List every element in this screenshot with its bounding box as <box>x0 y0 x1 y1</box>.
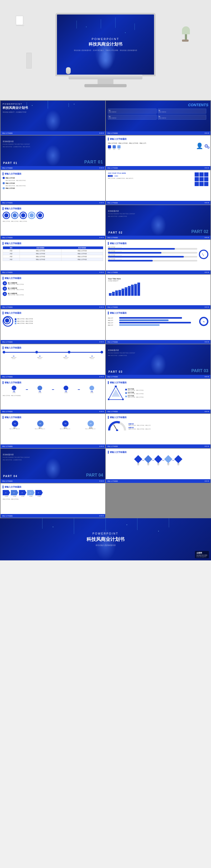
slide-2-bar-text: 请输入文字标题段 <box>107 132 118 134</box>
slide-17-bar-text: 请输入文字标题段 <box>2 411 13 412</box>
slide-4: 请输入文字标题段 请输入文字内容，请输入文字内容，请输入文字内容，请输入文字。 … <box>106 135 210 170</box>
slide-14-header: 请输入文字标题段 <box>108 312 208 314</box>
slide-16: 添加标题内容 PLEASE REMARK THE WRITTEN CONTENT… <box>106 344 210 378</box>
slide-13-bar-text: 请输入文字标题段 <box>2 341 13 343</box>
slide-8: 添加标题内容 PLEASE REMARK THE WRITTEN CONTENT… <box>106 205 210 239</box>
slide-11-bar-text: 请输入文字标题段 <box>2 306 13 308</box>
slide-11: 请输入文字标题段 ⚙ 输入大标题内容 请输入文字内容，请输入文字内容。 ⚙ 输入… <box>1 275 105 309</box>
slide-16-content: 添加标题内容 <box>108 349 208 352</box>
final-slide: POWERPOINT 科技风商业计划书 请在此输入您的标题内容 众图网 精品素材… <box>0 518 211 560</box>
slide-3-content: 添加标题内容 <box>3 140 103 143</box>
slide-5: 请输入文字标题段 请输入文字内容 请输入相关文字内容，请输入相关文字内容。 请输… <box>1 170 105 205</box>
mouse <box>66 67 71 74</box>
slide-9-header: 请输入文字标题段 <box>3 242 103 245</box>
slide-19-header: 请输入文字标题段 <box>3 416 103 419</box>
svg-point-3 <box>122 399 124 400</box>
side-plant <box>182 26 190 42</box>
slide-1: POWERPOINT 科技风商业计划书 请在此输入标题文字，点击编辑文字内容 请… <box>1 101 105 135</box>
slide-1-bar-text: 请输入文字标题段 <box>2 132 13 134</box>
slides-grid: POWERPOINT 科技风商业计划书 请在此输入标题文字，点击编辑文字内容 请… <box>0 100 211 518</box>
slide-18: 请输入文字标题段 科技文字标题请输入文字内容，请输入文字内容。 <box>106 379 210 413</box>
slide-15-header: 请输入文字标题段 <box>3 346 103 349</box>
slide-10-header: 请输入文字标题段 <box>108 242 208 245</box>
slide-14: 请输入文字标题段 请输入文字 请输入文字 请输入文字 <box>106 309 210 344</box>
slide-22-bar-text: 请输入文字标题段 <box>107 480 118 482</box>
slide-23: 请输入文字标题段 01 文字内容 02 文字内容 03 文字内容 <box>1 484 105 518</box>
slide-4-header: 请输入文字标题段 <box>108 137 208 141</box>
slide-20-header: 请输入文字标题段 <box>108 416 208 419</box>
slide-10: 请输入文字标题段 请输入文字内容 —————— 请输入文字内容 —————— 请… <box>106 240 210 274</box>
slide-16-bar-text: 请输入文字标题段 <box>107 376 118 377</box>
svg-marker-1 <box>112 389 120 397</box>
slide-17: 请输入文字标题段 标题 文字内容 标题 文字内容 标题 文字内容 <box>1 379 105 413</box>
contents-title: CONTENTS <box>188 103 208 107</box>
svg-point-4 <box>108 399 110 400</box>
slide-12-title: Your Title Here <box>108 278 208 280</box>
slide-15-bar-text: 请输入文字标题段 <box>2 376 13 377</box>
slide-17-header: 请输入文字标题段 <box>3 381 103 384</box>
slide-7: 请输入文字标题段 请输入文字内容，请输入文字内容，请输入文字内容。 请输入文字标… <box>1 205 105 239</box>
side-cup <box>16 16 24 26</box>
slide-8-bar-text: 请输入文字标题段 <box>107 237 118 238</box>
slide-3: 添加标题内容 PLEASE REMARK THE WRITTEN CONTENT… <box>1 135 105 170</box>
slide-11-header: 请输入文字标题段 <box>3 277 103 280</box>
contents-item-4: 请输入标题内容 <box>159 117 206 119</box>
slide-6-title: ADD YOUR TITLE HERE <box>108 173 193 174</box>
slide-15: 请输入文字标题段 01 请输入文字 内容说明 02 请输入文字 内容说明 <box>1 344 105 378</box>
slide-22-header: 请输入文字标题段 <box>108 451 208 454</box>
contents-item-3: 请输入标题内容 <box>109 117 156 119</box>
slide-6-bar-text: 请输入文字标题段 <box>107 202 118 204</box>
slide-7-bar-text: 请输入文字标题段 <box>2 237 13 238</box>
final-subtitle: 请在此输入您的标题内容 <box>87 544 124 547</box>
hero-section: POWERPOINT 科技风商业计划书 请在此输入您的标题内容，支持中英文输入，… <box>0 0 211 100</box>
slide-9-table: 项目具体内容描述具体内容描述 内容请输入文字内容请输入文字内容 内容请输入文字内… <box>3 246 103 261</box>
slide-13: 请输入文字标题段 请输入文字内容，请输入文字内容 请输入文字内容，请输入文字内容 <box>1 309 105 344</box>
slide-23-header: 请输入文字标题段 <box>3 486 103 489</box>
slide-7-header: 请输入文字标题段 <box>3 207 103 210</box>
final-title-en: POWERPOINT <box>87 532 124 535</box>
slide-12-subtitle: 点击输入标题文字 <box>108 280 208 281</box>
slide-6: ADD YOUR TITLE HERE 中标题 小标题 请输入文字内容，点击编辑… <box>106 170 210 205</box>
slide-12: Your Title Here 点击输入标题文字 请输入文字标题段 <box>106 275 210 309</box>
monitor-base <box>84 84 127 87</box>
keyboard <box>68 74 143 79</box>
slide-20-bar-text: 请输入文字标题段 <box>107 445 118 447</box>
slide-5-header: 请输入文字标题段 <box>3 173 103 175</box>
slide-8-content: 添加标题内容 <box>108 210 208 213</box>
slide-21-part: PART 04 <box>3 475 18 477</box>
slide-3-bar-text: 请输入文字标题段 <box>2 167 13 169</box>
watermark-site: 众图网 <box>197 552 207 554</box>
slide-19-bar-text: 请输入文字标题段 <box>2 445 13 447</box>
slide-8-part: PART 02 <box>109 231 123 234</box>
slide-9: 请输入文字标题段 项目具体内容描述具体内容描述 内容请输入文字内容请输入文字内容… <box>1 240 105 274</box>
monitor-screen: POWERPOINT 科技风商业计划书 请在此输入您的标题内容，支持中英文输入，… <box>55 13 156 76</box>
contents-item-1: 请输入标题内容 <box>109 111 156 113</box>
hero-title-en: POWERPOINT <box>92 37 119 40</box>
slide-12-bar-text: 请输入文字标题段 <box>107 306 118 308</box>
slide-19: 请输入文字标题段 01 演示一 请输入文字内容，请输入文字。 02 演示二 请输… <box>1 414 105 448</box>
slide-3-part: PART 01 <box>3 162 18 164</box>
slide-23-bar-text: 请输入文字标题段 <box>2 515 13 517</box>
watermark: 众图网 精品素材·每日更新 www.edesign025 <box>195 551 209 558</box>
slide-21-bar-text: 请输入文字标题段 <box>2 480 13 482</box>
slide-3-part-right: PART 01 <box>84 160 103 164</box>
slide-16-part: PART 03 <box>109 370 123 373</box>
side-book <box>26 53 32 68</box>
slide-13-header: 请输入文字标题段 <box>3 312 103 314</box>
hero-subtitle: 请在此输入您的标题内容，支持中英文输入，字体大小可以调整，请在此输入您的标题内容 <box>74 49 137 52</box>
slide-10-bar-text: 请输入文字标题段 <box>107 272 118 273</box>
slide-14-bar-text: 请输入文字标题段 <box>107 341 118 343</box>
slide-9-bar-text: 请输入文字标题段 <box>2 272 13 273</box>
contents-item-2: 请输入标题内容 <box>159 111 206 113</box>
final-title-cn: 科技风商业计划书 <box>87 536 124 542</box>
watermark-id: www.edesign025 <box>197 556 207 557</box>
hero-title-cn: 科技风商业计划书 <box>89 42 122 47</box>
slide-20: 请输入文字标题段 标题内容 请输入文字内容，请输入文字内容，请输入文字。 标题内… <box>106 414 210 448</box>
slide-4-bar-text: 请输入文字标题段 <box>107 167 118 169</box>
slide-21: 添加标题内容 PLEASE REMARK THE WRITTEN CONTENT… <box>1 448 105 483</box>
slide-22: 请输入文字标题段 标题 内容 标题 内容 标题 内容 标题 <box>106 448 210 483</box>
slide-18-header: 请输入文字标题段 <box>108 381 208 384</box>
slide-18-bar-text: 请输入文字标题段 <box>107 411 118 412</box>
slide-5-bar-text: 请输入文字标题段 <box>2 202 13 204</box>
slide-21-content: 添加标题内容 <box>3 453 103 456</box>
